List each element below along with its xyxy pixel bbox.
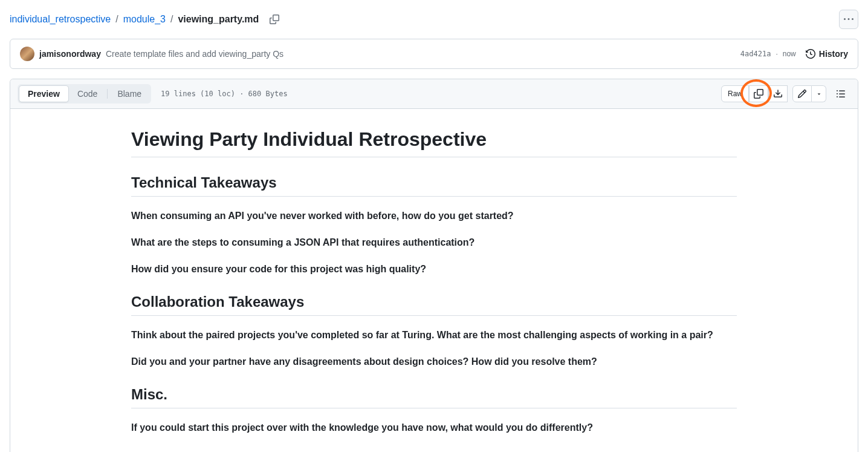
- avatar[interactable]: [20, 47, 34, 61]
- breadcrumb-separator: /: [113, 14, 120, 25]
- kebab-horizontal-icon: [844, 15, 853, 24]
- question-text: Did you and your partner have any disagr…: [131, 355, 737, 369]
- breadcrumb-separator: /: [168, 14, 175, 25]
- commit-time: now: [783, 50, 796, 58]
- breadcrumb-link-1[interactable]: module_3: [123, 14, 166, 25]
- tab-code[interactable]: Code: [69, 85, 106, 102]
- history-label: History: [819, 49, 848, 59]
- breadcrumb-current: viewing_party.md: [178, 14, 259, 25]
- page-title: Viewing Party Individual Retrospective: [131, 128, 737, 157]
- more-options-button[interactable]: [839, 10, 858, 29]
- edit-button-group: [792, 85, 826, 102]
- commit-sha[interactable]: 4ad421a: [740, 50, 771, 58]
- raw-button[interactable]: Raw: [721, 85, 749, 102]
- question-text: Think about the paired projects you've c…: [131, 328, 737, 342]
- latest-commit-bar: jamisonordway Create template files and …: [10, 39, 858, 69]
- commit-message[interactable]: Create template files and add viewing_pa…: [106, 49, 283, 59]
- breadcrumb: individual_retrospective / module_3 / vi…: [10, 11, 283, 28]
- copy-icon: [754, 89, 763, 99]
- file-toolbar: Preview Code Blame 19 lines (10 loc) · 6…: [10, 79, 858, 109]
- outline-button[interactable]: [831, 85, 850, 102]
- list-unordered-icon: [836, 89, 846, 99]
- file-content-box: Preview Code Blame 19 lines (10 loc) · 6…: [10, 79, 858, 452]
- copy-path-button[interactable]: [266, 11, 283, 28]
- file-info: 19 lines (10 loc) · 680 Bytes: [161, 90, 288, 98]
- breadcrumb-link-0[interactable]: individual_retrospective: [10, 14, 111, 25]
- copy-raw-button[interactable]: [749, 85, 768, 102]
- view-mode-tabs: Preview Code Blame: [18, 84, 151, 103]
- history-link[interactable]: History: [806, 49, 848, 59]
- section-heading: Collaboration Takeaways: [131, 293, 737, 316]
- history-icon: [806, 49, 815, 59]
- question-text: When consuming an API you've never worke…: [131, 209, 737, 223]
- question-text: What are the steps to consuming a JSON A…: [131, 235, 737, 250]
- commit-dot: ·: [776, 50, 777, 58]
- copy-icon: [270, 15, 279, 24]
- question-text: How did you ensure your code for this pr…: [131, 262, 737, 277]
- raw-button-group: Raw: [721, 85, 788, 102]
- tab-preview[interactable]: Preview: [19, 85, 69, 102]
- pencil-icon: [797, 89, 807, 99]
- edit-dropdown-button[interactable]: [812, 85, 826, 102]
- tab-divider: [107, 89, 108, 99]
- download-raw-button[interactable]: [768, 85, 788, 102]
- section-heading: Misc.: [131, 386, 737, 408]
- section-heading: Technical Takeaways: [131, 174, 737, 197]
- commit-author[interactable]: jamisonordway: [39, 49, 101, 59]
- edit-button[interactable]: [792, 85, 812, 102]
- markdown-content: Viewing Party Individual Retrospective T…: [10, 109, 858, 452]
- triangle-down-icon: [816, 91, 822, 97]
- download-icon: [773, 89, 783, 99]
- question-text: If you could start this project over wit…: [131, 421, 737, 435]
- tab-blame[interactable]: Blame: [109, 85, 150, 102]
